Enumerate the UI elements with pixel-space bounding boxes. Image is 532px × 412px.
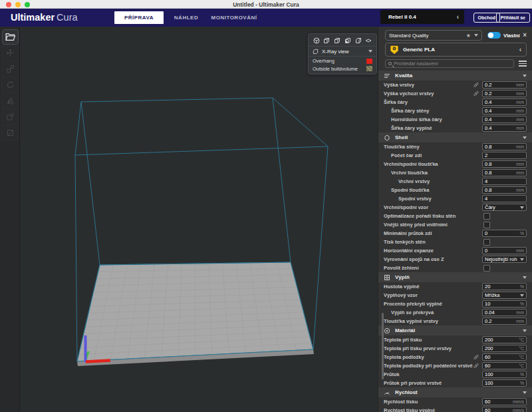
printer-selector[interactable]: Rebel II 0.4 ‹ — [380, 10, 464, 24]
material-selector[interactable]: Generic PLA ‹ — [385, 43, 527, 57]
setting-value-field[interactable]: 0.4mm — [482, 124, 527, 132]
sign-in-button[interactable]: Přihlásit se — [496, 13, 530, 23]
setting-value-field[interactable]: 60mm/s — [482, 398, 527, 405]
setting-label: Rychlost tisku výplně — [378, 407, 482, 412]
setting-value-field[interactable]: 0.04mm — [482, 309, 527, 316]
settings-filter-menu-icon[interactable] — [519, 61, 527, 67]
setting-value-field[interactable]: 0.2mm — [482, 81, 527, 89]
setting-value-field[interactable]: 0.8mm — [482, 186, 527, 194]
setting-label: Spodní vrstvy — [378, 196, 482, 202]
setting-row: Šířka čáry stěny0.4mm — [378, 106, 532, 115]
setting-value-field[interactable]: 200°C — [482, 336, 527, 343]
viewport-3d[interactable]: X-Ray view Overhang Outside buildvolume — [20, 27, 378, 412]
setting-checkbox[interactable] — [483, 222, 490, 228]
view-left-icon[interactable] — [344, 37, 351, 44]
scale-icon — [6, 65, 15, 73]
tool-mirror-button[interactable] — [1, 93, 19, 108]
section-header-vypln[interactable]: Výplň — [378, 272, 532, 282]
setting-value-field[interactable]: 10% — [482, 300, 527, 308]
tab-monitor[interactable]: MONITOROVÁNÍ — [205, 11, 263, 24]
section-header-rychlost[interactable]: Rychlost — [378, 387, 532, 397]
setting-row: Spodní vrstvy4 — [378, 194, 532, 203]
setting-value-field[interactable]: 0.4mm — [482, 116, 527, 123]
setting-value-field[interactable]: 20% — [482, 283, 527, 290]
link-icon[interactable] — [473, 82, 479, 88]
setting-value-field[interactable]: 0.2mm — [482, 317, 527, 325]
view-options-panel: X-Ray view Overhang Outside buildvolume — [308, 33, 377, 75]
section-title: Kvalita — [395, 73, 412, 79]
setting-checkbox[interactable] — [483, 265, 490, 272]
setting-value-field[interactable]: 200°C — [482, 345, 527, 352]
search-icon — [388, 62, 392, 65]
view-3d-icon[interactable] — [313, 37, 320, 44]
setting-row: Průtok100% — [378, 370, 532, 379]
material-icon — [390, 45, 398, 55]
tab-prepare[interactable]: PŘÍPRAVA — [114, 11, 164, 24]
view-top-icon[interactable] — [334, 37, 341, 44]
titlebar: Untitled - Ultimaker Cura — [0, 0, 532, 9]
setting-row: Teplota při tisku200°C — [378, 335, 532, 344]
setting-row: Šířka čáry0.4mm — [378, 98, 532, 106]
setting-label: Vrchní tloušťka — [378, 170, 482, 176]
close-panel-button[interactable]: × — [523, 32, 527, 39]
app-logo: UltimakerCura — [11, 12, 78, 23]
link-icon[interactable] — [473, 354, 479, 360]
support-blocker-icon — [6, 128, 15, 137]
setting-value-field[interactable]: 4 — [482, 178, 527, 185]
setting-checkbox[interactable] — [483, 213, 490, 220]
setting-label: Šířka čáry stěny — [378, 108, 482, 114]
custom-mode-label: Vlastní — [503, 33, 520, 39]
settings-scrollbar[interactable] — [382, 313, 384, 379]
setting-dropdown[interactable]: Čáry — [482, 204, 527, 211]
tool-move-button[interactable] — [1, 45, 19, 61]
setting-checkbox[interactable] — [483, 239, 490, 246]
setting-label: Šířka čáry výplně — [378, 125, 482, 131]
setting-value-field[interactable]: 0.8mm — [482, 143, 527, 150]
setting-row: Vrchní vrstvy4 — [378, 177, 532, 186]
chevron-icon: ‹ — [457, 13, 464, 21]
setting-label: Výplň se překrývá — [378, 309, 482, 315]
open-file-button[interactable] — [2, 29, 19, 45]
setting-value-field[interactable]: 60°C — [482, 362, 527, 369]
section-header-shell[interactable]: Shell — [378, 132, 532, 142]
setting-value-field[interactable]: 2 — [482, 152, 527, 159]
profile-dropdown[interactable]: Standard Quality ★ — [385, 30, 482, 41]
setting-row: Tloušťka stěny0.8mm — [378, 142, 532, 151]
view-front-icon[interactable] — [323, 37, 331, 44]
setting-value-field[interactable]: 0.2mm — [482, 90, 527, 97]
setting-value-field[interactable]: 0.4mm — [482, 107, 527, 114]
vypln-icon — [384, 274, 390, 281]
settings-search[interactable] — [385, 59, 514, 68]
tool-per-model-settings-button[interactable] — [1, 109, 19, 124]
setting-value-field[interactable]: 0% — [482, 230, 527, 237]
setting-value-field[interactable]: 0.8mm — [482, 160, 527, 168]
section-header-material[interactable]: Materiál — [378, 325, 532, 335]
setting-value-field[interactable]: 4 — [482, 195, 527, 202]
link-icon[interactable] — [473, 91, 479, 97]
tab-preview[interactable]: NÁHLED — [169, 11, 203, 24]
setting-value-field[interactable]: 0.4mm — [482, 99, 527, 106]
tool-support-blocker-button[interactable] — [1, 125, 19, 140]
star-icon[interactable]: ★ — [466, 33, 471, 39]
custom-mode-toggle[interactable] — [487, 32, 501, 39]
setting-dropdown[interactable]: Mřížka — [482, 292, 527, 299]
setting-value-field[interactable]: 60°C — [482, 353, 527, 361]
setting-value-field[interactable]: 100% — [482, 379, 527, 387]
setting-label: Vnější stěny před vnitřními — [378, 222, 483, 228]
section-title: Shell — [395, 134, 408, 140]
chevron-down-icon — [523, 276, 527, 279]
tool-scale-button[interactable] — [1, 61, 19, 77]
search-input[interactable] — [394, 61, 511, 67]
setting-value-field[interactable]: 100% — [482, 371, 527, 378]
setting-value-field[interactable]: 0.8mm — [482, 169, 527, 176]
link-icon[interactable] — [473, 363, 479, 369]
view-right-icon[interactable] — [354, 37, 362, 44]
view-bottom-icon[interactable] — [365, 37, 372, 44]
mirror-icon — [6, 97, 15, 105]
tool-rotate-button[interactable] — [1, 77, 19, 93]
setting-dropdown[interactable]: Nejostřejší roh — [482, 256, 527, 263]
setting-value-field[interactable]: 60mm/s — [482, 407, 527, 412]
setting-value-field[interactable]: 0mm — [482, 247, 527, 254]
section-header-kvalita[interactable]: Kvalita — [378, 71, 532, 81]
view-mode-dropdown[interactable]: X-Ray view — [309, 47, 376, 57]
